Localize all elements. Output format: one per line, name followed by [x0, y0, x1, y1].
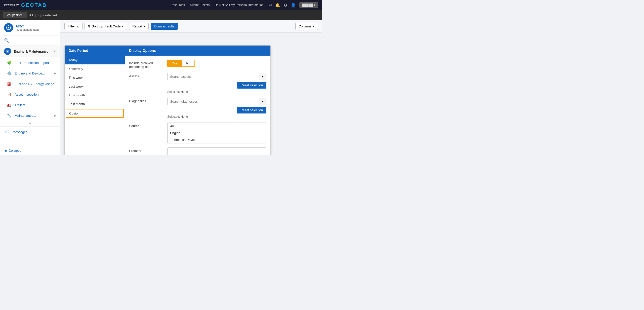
- brand-text: GEOTAB: [21, 2, 47, 8]
- svg-point-3: [7, 51, 8, 52]
- topbar-icon-group: ✉ 🔔 ⚙ 👤 ▓▓▓▓▓ ▾: [268, 2, 318, 8]
- groups-filter-label: Groups filter: [6, 13, 22, 17]
- sort-by-label: Sort by:: [92, 24, 103, 28]
- sidebar-item-asset-inspection[interactable]: 📋 Asset Inspection: [0, 89, 60, 100]
- gear-icon[interactable]: ⚙: [284, 3, 287, 8]
- engine-maintenance-label: Engine & Maintenance: [14, 50, 49, 53]
- engine-device-arrow-icon: ▶: [54, 72, 56, 75]
- filter-label: Filter: [68, 24, 75, 28]
- svg-point-1: [8, 27, 9, 28]
- trailers-icon: 🚛: [6, 102, 12, 108]
- display-options-header: Display Options: [125, 46, 270, 56]
- diagnostics-reset-button[interactable]: Reset selection: [237, 107, 266, 113]
- sidebar-section-engine: Engine & Maintenance ▲ 🧩 Fuel Transactio…: [0, 45, 60, 121]
- source-item-all[interactable]: All: [168, 123, 266, 130]
- sidebar-item-maintenance[interactable]: 🔧 Maintenance... ▶: [0, 110, 60, 121]
- sidebar-scroll-down[interactable]: ▼: [0, 121, 60, 126]
- yes-button[interactable]: Yes: [167, 60, 182, 67]
- trailers-label: Trailers: [15, 103, 25, 107]
- report-button[interactable]: Report ▾: [129, 23, 149, 30]
- columns-button[interactable]: Columns ▾: [295, 23, 318, 30]
- assets-label: Assets: [129, 73, 164, 78]
- nav-submit-tickets[interactable]: Submit Tickets: [190, 3, 210, 7]
- filter-date-last-month[interactable]: Last month: [65, 100, 125, 108]
- columns-label: Columns: [299, 24, 311, 28]
- filter-date-this-week[interactable]: This week: [65, 73, 125, 82]
- bell-icon[interactable]: 🔔: [275, 3, 280, 8]
- sidebar-collapse-btn[interactable]: ◀ Collapse: [0, 146, 60, 155]
- filter-date-today[interactable]: Today: [65, 56, 125, 64]
- filter-button[interactable]: Filter ▲: [64, 23, 83, 30]
- topbar: Powered by GEOTAB Resources Submit Ticke…: [0, 0, 322, 10]
- user-icon[interactable]: 👤: [291, 3, 296, 8]
- protocol-content: [167, 147, 266, 155]
- diagnostics-content: ▾ Reset selection Selected: None: [167, 98, 266, 119]
- assets-reset-button[interactable]: Reset selection: [237, 82, 266, 89]
- company-sub: Fleet Management: [16, 28, 39, 31]
- collapse-arrow-icon: ◀: [4, 149, 7, 152]
- sidebar-item-engine-device[interactable]: ⚙️ Engine and Device... ▶: [0, 68, 60, 79]
- groups-filter-chevron: ▾: [23, 14, 25, 17]
- mail-icon[interactable]: ✉: [268, 3, 272, 8]
- filter-date-last-week[interactable]: Last week: [65, 82, 125, 91]
- source-row: Source All Engine Telematics Device: [129, 123, 266, 143]
- sort-icon: ⇅: [88, 25, 90, 28]
- engine-device-left: ⚙️ Engine and Device...: [6, 70, 45, 76]
- assets-selected-text: Selected: None: [167, 90, 266, 94]
- messages-label: Messages: [13, 130, 27, 134]
- toolbar: Filter ▲ ⇅ Sort by: Fault Code ▾ Report …: [60, 20, 322, 33]
- content-area: Filter ▲ ⇅ Sort by: Fault Code ▾ Report …: [60, 20, 322, 155]
- sidebar-item-trailers[interactable]: 🚛 Trailers: [0, 100, 60, 110]
- assets-search-input[interactable]: [167, 73, 258, 80]
- filter-panel-header: Date Period Display Options: [65, 46, 270, 56]
- company-info: AT&T Fleet Management: [16, 24, 39, 31]
- filter-arrow-icon: ▲: [76, 25, 79, 28]
- company-logo: [4, 23, 13, 32]
- diagnostics-row: Diagnostics ▾ Reset selection Selected: …: [129, 98, 266, 119]
- dismiss-faults-button[interactable]: Dismiss faults: [151, 23, 178, 30]
- user-name-text: ▓▓▓▓▓: [302, 3, 313, 7]
- powered-by-text: Powered by: [4, 3, 19, 7]
- filter-panel-body: Today Yesterday This week Last week This…: [65, 56, 270, 155]
- diagnostics-dropdown-arrow[interactable]: ▾: [259, 98, 266, 105]
- user-chevron-icon: ▾: [314, 3, 315, 7]
- search-icon[interactable]: 🔍: [4, 38, 9, 43]
- assets-dropdown-arrow[interactable]: ▾: [259, 73, 266, 80]
- no-button[interactable]: No: [182, 60, 195, 67]
- filter-date-custom[interactable]: Custom: [66, 109, 124, 118]
- fuel-transaction-icon: 🧩: [6, 60, 12, 66]
- nav-do-not-sell[interactable]: Do Not Sell My Personal Information: [215, 3, 263, 7]
- asset-inspection-label: Asset Inspection: [15, 93, 38, 96]
- source-item-engine[interactable]: Engine: [168, 130, 266, 136]
- topbar-logo: Powered by GEOTAB: [4, 2, 47, 8]
- archived-label: Include archived (historical) data: [129, 60, 164, 69]
- source-label: Source: [129, 123, 164, 128]
- sidebar-item-fuel-transaction[interactable]: 🧩 Fuel Transaction Import: [0, 57, 60, 68]
- nav-resources[interactable]: Resources: [171, 3, 185, 7]
- report-arrow-icon: ▾: [144, 24, 145, 28]
- diagnostics-search-input[interactable]: [167, 98, 258, 105]
- source-list: All Engine Telematics Device: [167, 123, 266, 143]
- filter-date-this-month[interactable]: This month: [65, 91, 125, 100]
- sort-button[interactable]: ⇅ Sort by: Fault Code ▾: [85, 23, 127, 30]
- fuel-transaction-label: Fuel Transaction Import: [15, 61, 49, 65]
- sidebar-item-messages[interactable]: ✉️ Messages: [0, 126, 60, 137]
- diagnostics-label: Diagnostics: [129, 98, 164, 103]
- columns-arrow-icon: ▾: [313, 24, 315, 28]
- maintenance-arrow-icon: ▶: [54, 114, 56, 117]
- user-dropdown-btn[interactable]: ▓▓▓▓▓ ▾: [299, 2, 318, 8]
- fuel-ev-icon: ⛽: [6, 81, 12, 87]
- filter-date-list: Today Yesterday This week Last week This…: [65, 56, 125, 155]
- sidebar-item-fuel-ev[interactable]: ⛽ Fuel and EV Energy Usage: [0, 79, 60, 89]
- archived-row: Include archived (historical) data Yes N…: [129, 60, 266, 69]
- diagnostics-selected-text: Selected: None: [167, 115, 266, 119]
- groups-filter-button[interactable]: Groups filter ▾: [3, 12, 27, 18]
- filter-panel: Date Period Display Options Today Yester…: [64, 45, 271, 155]
- engine-chevron-icon: ▲: [53, 50, 56, 53]
- sidebar-search-area[interactable]: 🔍: [0, 35, 60, 45]
- protocol-label: Protocol: [129, 147, 164, 153]
- engine-maintenance-header[interactable]: Engine & Maintenance ▲: [0, 45, 60, 57]
- filter-date-yesterday[interactable]: Yesterday: [65, 64, 125, 73]
- source-item-telematics[interactable]: Telematics Device: [168, 136, 266, 143]
- diagnostics-search-row: ▾: [167, 98, 266, 105]
